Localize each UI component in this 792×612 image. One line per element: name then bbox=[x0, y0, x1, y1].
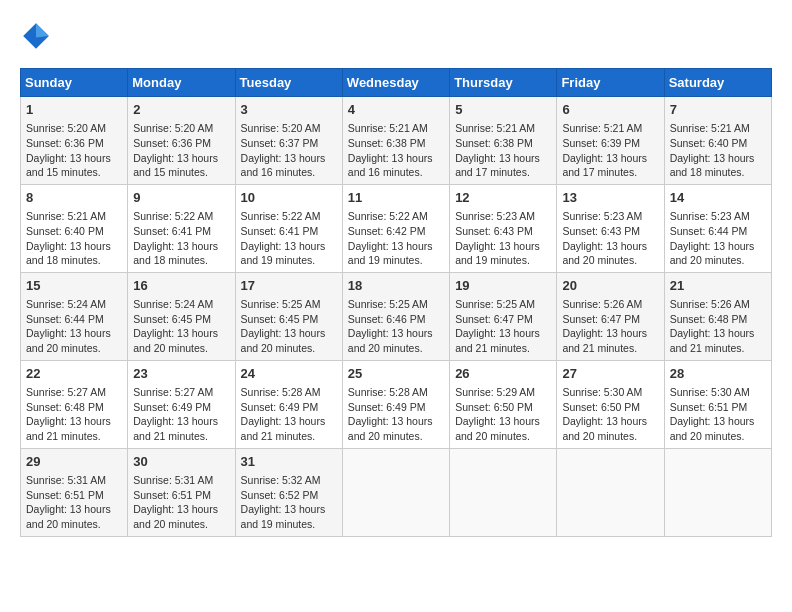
sunset-label: Sunset: 6:52 PM bbox=[241, 489, 319, 501]
sunset-label: Sunset: 6:47 PM bbox=[562, 313, 640, 325]
sunrise-label: Sunrise: 5:23 AM bbox=[670, 210, 750, 222]
day-number: 10 bbox=[241, 189, 337, 207]
sunrise-label: Sunrise: 5:28 AM bbox=[348, 386, 428, 398]
col-thursday: Thursday bbox=[450, 69, 557, 97]
sunset-label: Sunset: 6:39 PM bbox=[562, 137, 640, 149]
calendar-week-row: 22 Sunrise: 5:27 AM Sunset: 6:48 PM Dayl… bbox=[21, 360, 772, 448]
day-number: 1 bbox=[26, 101, 122, 119]
day-number: 7 bbox=[670, 101, 766, 119]
table-row: 18 Sunrise: 5:25 AM Sunset: 6:46 PM Dayl… bbox=[342, 272, 449, 360]
daylight-label: Daylight: 13 hours and 21 minutes. bbox=[133, 415, 218, 442]
daylight-label: Daylight: 13 hours and 19 minutes. bbox=[241, 240, 326, 267]
table-row: 10 Sunrise: 5:22 AM Sunset: 6:41 PM Dayl… bbox=[235, 184, 342, 272]
col-wednesday: Wednesday bbox=[342, 69, 449, 97]
daylight-label: Daylight: 13 hours and 19 minutes. bbox=[348, 240, 433, 267]
daylight-label: Daylight: 13 hours and 20 minutes. bbox=[670, 240, 755, 267]
table-row: 17 Sunrise: 5:25 AM Sunset: 6:45 PM Dayl… bbox=[235, 272, 342, 360]
day-number: 19 bbox=[455, 277, 551, 295]
table-row: 15 Sunrise: 5:24 AM Sunset: 6:44 PM Dayl… bbox=[21, 272, 128, 360]
day-number: 9 bbox=[133, 189, 229, 207]
sunset-label: Sunset: 6:42 PM bbox=[348, 225, 426, 237]
sunrise-label: Sunrise: 5:22 AM bbox=[348, 210, 428, 222]
table-row: 30 Sunrise: 5:31 AM Sunset: 6:51 PM Dayl… bbox=[128, 448, 235, 536]
sunrise-label: Sunrise: 5:23 AM bbox=[455, 210, 535, 222]
daylight-label: Daylight: 13 hours and 20 minutes. bbox=[241, 327, 326, 354]
day-number: 3 bbox=[241, 101, 337, 119]
sunset-label: Sunset: 6:43 PM bbox=[455, 225, 533, 237]
daylight-label: Daylight: 13 hours and 17 minutes. bbox=[455, 152, 540, 179]
sunrise-label: Sunrise: 5:20 AM bbox=[26, 122, 106, 134]
sunset-label: Sunset: 6:40 PM bbox=[26, 225, 104, 237]
sunset-label: Sunset: 6:49 PM bbox=[133, 401, 211, 413]
table-row bbox=[450, 448, 557, 536]
daylight-label: Daylight: 13 hours and 19 minutes. bbox=[241, 503, 326, 530]
sunset-label: Sunset: 6:49 PM bbox=[348, 401, 426, 413]
day-number: 28 bbox=[670, 365, 766, 383]
sunset-label: Sunset: 6:41 PM bbox=[133, 225, 211, 237]
sunset-label: Sunset: 6:38 PM bbox=[455, 137, 533, 149]
table-row: 31 Sunrise: 5:32 AM Sunset: 6:52 PM Dayl… bbox=[235, 448, 342, 536]
sunrise-label: Sunrise: 5:25 AM bbox=[348, 298, 428, 310]
daylight-label: Daylight: 13 hours and 20 minutes. bbox=[133, 327, 218, 354]
table-row: 27 Sunrise: 5:30 AM Sunset: 6:50 PM Dayl… bbox=[557, 360, 664, 448]
sunrise-label: Sunrise: 5:21 AM bbox=[455, 122, 535, 134]
logo-icon bbox=[20, 20, 52, 52]
sunset-label: Sunset: 6:50 PM bbox=[455, 401, 533, 413]
day-number: 31 bbox=[241, 453, 337, 471]
table-row: 29 Sunrise: 5:31 AM Sunset: 6:51 PM Dayl… bbox=[21, 448, 128, 536]
sunrise-label: Sunrise: 5:25 AM bbox=[455, 298, 535, 310]
sunset-label: Sunset: 6:50 PM bbox=[562, 401, 640, 413]
day-number: 13 bbox=[562, 189, 658, 207]
table-row: 28 Sunrise: 5:30 AM Sunset: 6:51 PM Dayl… bbox=[664, 360, 771, 448]
sunrise-label: Sunrise: 5:25 AM bbox=[241, 298, 321, 310]
col-sunday: Sunday bbox=[21, 69, 128, 97]
sunrise-label: Sunrise: 5:26 AM bbox=[670, 298, 750, 310]
daylight-label: Daylight: 13 hours and 20 minutes. bbox=[562, 415, 647, 442]
day-number: 11 bbox=[348, 189, 444, 207]
day-number: 5 bbox=[455, 101, 551, 119]
sunrise-label: Sunrise: 5:32 AM bbox=[241, 474, 321, 486]
table-row bbox=[557, 448, 664, 536]
sunset-label: Sunset: 6:51 PM bbox=[670, 401, 748, 413]
sunrise-label: Sunrise: 5:28 AM bbox=[241, 386, 321, 398]
sunrise-label: Sunrise: 5:24 AM bbox=[26, 298, 106, 310]
sunset-label: Sunset: 6:48 PM bbox=[26, 401, 104, 413]
sunrise-label: Sunrise: 5:20 AM bbox=[241, 122, 321, 134]
calendar-week-row: 29 Sunrise: 5:31 AM Sunset: 6:51 PM Dayl… bbox=[21, 448, 772, 536]
col-tuesday: Tuesday bbox=[235, 69, 342, 97]
sunset-label: Sunset: 6:51 PM bbox=[26, 489, 104, 501]
day-number: 20 bbox=[562, 277, 658, 295]
day-number: 21 bbox=[670, 277, 766, 295]
table-row: 20 Sunrise: 5:26 AM Sunset: 6:47 PM Dayl… bbox=[557, 272, 664, 360]
sunset-label: Sunset: 6:36 PM bbox=[26, 137, 104, 149]
daylight-label: Daylight: 13 hours and 16 minutes. bbox=[348, 152, 433, 179]
sunset-label: Sunset: 6:49 PM bbox=[241, 401, 319, 413]
sunrise-label: Sunrise: 5:24 AM bbox=[133, 298, 213, 310]
sunset-label: Sunset: 6:44 PM bbox=[26, 313, 104, 325]
table-row: 5 Sunrise: 5:21 AM Sunset: 6:38 PM Dayli… bbox=[450, 97, 557, 185]
day-number: 27 bbox=[562, 365, 658, 383]
col-friday: Friday bbox=[557, 69, 664, 97]
day-number: 8 bbox=[26, 189, 122, 207]
svg-marker-1 bbox=[36, 23, 49, 37]
daylight-label: Daylight: 13 hours and 20 minutes. bbox=[133, 503, 218, 530]
table-row: 24 Sunrise: 5:28 AM Sunset: 6:49 PM Dayl… bbox=[235, 360, 342, 448]
daylight-label: Daylight: 13 hours and 20 minutes. bbox=[26, 503, 111, 530]
table-row: 7 Sunrise: 5:21 AM Sunset: 6:40 PM Dayli… bbox=[664, 97, 771, 185]
sunrise-label: Sunrise: 5:31 AM bbox=[26, 474, 106, 486]
daylight-label: Daylight: 13 hours and 20 minutes. bbox=[562, 240, 647, 267]
daylight-label: Daylight: 13 hours and 20 minutes. bbox=[348, 327, 433, 354]
sunrise-label: Sunrise: 5:29 AM bbox=[455, 386, 535, 398]
day-number: 2 bbox=[133, 101, 229, 119]
sunset-label: Sunset: 6:45 PM bbox=[241, 313, 319, 325]
sunset-label: Sunset: 6:48 PM bbox=[670, 313, 748, 325]
sunrise-label: Sunrise: 5:30 AM bbox=[670, 386, 750, 398]
day-number: 16 bbox=[133, 277, 229, 295]
sunrise-label: Sunrise: 5:27 AM bbox=[133, 386, 213, 398]
calendar-table: Sunday Monday Tuesday Wednesday Thursday… bbox=[20, 68, 772, 537]
day-number: 24 bbox=[241, 365, 337, 383]
table-row: 22 Sunrise: 5:27 AM Sunset: 6:48 PM Dayl… bbox=[21, 360, 128, 448]
sunrise-label: Sunrise: 5:20 AM bbox=[133, 122, 213, 134]
day-number: 18 bbox=[348, 277, 444, 295]
table-row: 8 Sunrise: 5:21 AM Sunset: 6:40 PM Dayli… bbox=[21, 184, 128, 272]
